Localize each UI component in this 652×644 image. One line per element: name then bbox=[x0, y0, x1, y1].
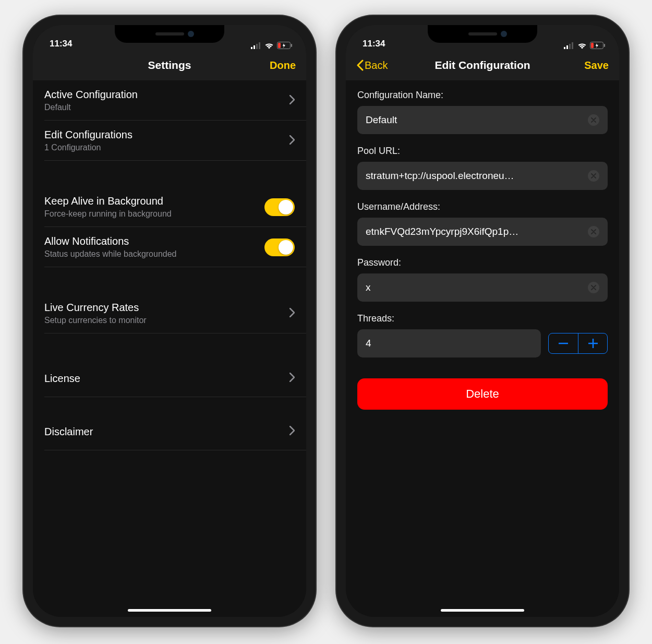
svg-rect-8 bbox=[566, 45, 568, 49]
chevron-right-icon bbox=[289, 135, 295, 147]
back-button[interactable]: Back bbox=[356, 59, 388, 71]
row-allow-notifications[interactable]: Allow Notifications Status updates while… bbox=[33, 227, 306, 267]
chevron-right-icon bbox=[289, 426, 295, 437]
field-value: etnkFVQd23mYpcyrpj9X6ifQp1p… bbox=[366, 226, 588, 237]
phone-right: 11:34 Back Edit Configuration Save Confi… bbox=[336, 16, 629, 626]
field-value: Default bbox=[366, 114, 588, 126]
row-title: Live Currency Rates bbox=[44, 302, 147, 314]
battery-low-icon bbox=[277, 42, 293, 49]
row-subtitle: Default bbox=[44, 103, 138, 112]
done-button[interactable]: Done bbox=[270, 59, 296, 71]
clear-icon[interactable] bbox=[588, 226, 599, 237]
svg-rect-14 bbox=[559, 343, 568, 344]
row-keep-alive[interactable]: Keep Alive in Background Force-keep runn… bbox=[33, 187, 306, 227]
notch bbox=[428, 25, 537, 43]
chevron-right-icon bbox=[289, 373, 295, 384]
field-value: stratum+tcp://uspool.electroneu… bbox=[366, 170, 588, 182]
notch bbox=[115, 25, 224, 43]
plus-icon bbox=[588, 339, 598, 348]
row-live-currency-rates[interactable]: Live Currency Rates Setup currencies to … bbox=[33, 293, 306, 333]
chevron-right-icon bbox=[289, 308, 295, 319]
svg-rect-1 bbox=[253, 45, 255, 49]
threads-stepper bbox=[548, 333, 608, 354]
edit-content: Configuration Name: Default Pool URL: st… bbox=[346, 80, 619, 617]
nav-bar-edit: Back Edit Configuration Save bbox=[346, 50, 619, 80]
battery-low-icon bbox=[590, 42, 606, 49]
row-disclaimer[interactable]: Disclaimer bbox=[33, 413, 306, 450]
back-label: Back bbox=[365, 59, 388, 71]
label-username: Username/Address: bbox=[357, 201, 608, 212]
stepper-plus-button[interactable] bbox=[578, 333, 607, 353]
row-subtitle: Setup currencies to monitor bbox=[44, 316, 147, 325]
row-title: Keep Alive in Background bbox=[44, 195, 172, 207]
screen-right: 11:34 Back Edit Configuration Save Confi… bbox=[346, 25, 619, 617]
field-username[interactable]: etnkFVQd23mYpcyrpj9X6ifQp1p… bbox=[357, 218, 608, 246]
label-pool-url: Pool URL: bbox=[357, 146, 608, 157]
nav-bar-settings: Settings Done bbox=[33, 50, 306, 80]
label-threads: Threads: bbox=[357, 313, 608, 324]
field-value: 4 bbox=[366, 338, 533, 349]
clear-icon[interactable] bbox=[588, 282, 599, 293]
home-indicator[interactable] bbox=[441, 609, 524, 612]
svg-rect-16 bbox=[592, 339, 594, 348]
row-edit-configurations[interactable]: Edit Configurations 1 Configuration bbox=[33, 121, 306, 161]
svg-rect-9 bbox=[569, 44, 571, 49]
row-title: Active Configuration bbox=[44, 89, 138, 101]
field-value: x bbox=[366, 282, 588, 293]
row-subtitle: Force-keep running in background bbox=[44, 209, 172, 219]
status-icons bbox=[564, 42, 606, 49]
svg-rect-10 bbox=[572, 42, 573, 49]
screen-left: 11:34 Settings Done Active Configuration… bbox=[33, 25, 306, 617]
field-password[interactable]: x bbox=[357, 273, 608, 302]
row-title: Allow Notifications bbox=[44, 235, 177, 247]
chevron-right-icon bbox=[289, 95, 295, 106]
settings-content: Active Configuration Default Edit Config… bbox=[33, 80, 306, 617]
chevron-left-icon bbox=[356, 59, 364, 71]
row-active-configuration[interactable]: Active Configuration Default bbox=[33, 80, 306, 121]
label-config-name: Configuration Name: bbox=[357, 90, 608, 101]
delete-button[interactable]: Delete bbox=[357, 378, 608, 410]
status-icons bbox=[251, 42, 293, 49]
svg-rect-5 bbox=[291, 44, 292, 47]
clear-icon[interactable] bbox=[588, 114, 599, 126]
wifi-icon bbox=[577, 42, 587, 49]
delete-label: Delete bbox=[466, 387, 499, 401]
row-subtitle: 1 Configuration bbox=[44, 143, 132, 152]
wifi-icon bbox=[264, 42, 274, 49]
stepper-minus-button[interactable] bbox=[549, 333, 578, 353]
home-indicator[interactable] bbox=[128, 609, 211, 612]
signal-icon bbox=[564, 42, 574, 49]
row-title: Disclaimer bbox=[44, 426, 93, 438]
field-pool-url[interactable]: stratum+tcp://uspool.electroneu… bbox=[357, 162, 608, 190]
svg-rect-7 bbox=[564, 47, 565, 49]
toggle-notifications[interactable] bbox=[264, 238, 295, 256]
clear-icon[interactable] bbox=[588, 170, 599, 182]
minus-icon bbox=[559, 342, 568, 344]
row-title: Edit Configurations bbox=[44, 129, 132, 141]
nav-title: Settings bbox=[33, 59, 306, 71]
svg-rect-2 bbox=[256, 44, 258, 49]
svg-rect-6 bbox=[278, 43, 281, 48]
row-subtitle: Status updates while backgrounded bbox=[44, 249, 177, 259]
signal-icon bbox=[251, 42, 261, 49]
svg-rect-12 bbox=[604, 44, 605, 47]
field-threads[interactable]: 4 bbox=[357, 329, 541, 357]
status-time: 11:34 bbox=[363, 39, 385, 49]
label-password: Password: bbox=[357, 257, 608, 268]
svg-rect-0 bbox=[251, 47, 252, 49]
field-config-name[interactable]: Default bbox=[357, 106, 608, 134]
row-license[interactable]: License bbox=[33, 360, 306, 397]
row-title: License bbox=[44, 373, 80, 385]
save-button[interactable]: Save bbox=[584, 59, 609, 71]
phone-left: 11:34 Settings Done Active Configuration… bbox=[23, 16, 316, 626]
status-time: 11:34 bbox=[50, 39, 72, 49]
svg-rect-3 bbox=[259, 42, 260, 49]
svg-rect-13 bbox=[591, 43, 594, 48]
toggle-keep-alive[interactable] bbox=[264, 198, 295, 216]
